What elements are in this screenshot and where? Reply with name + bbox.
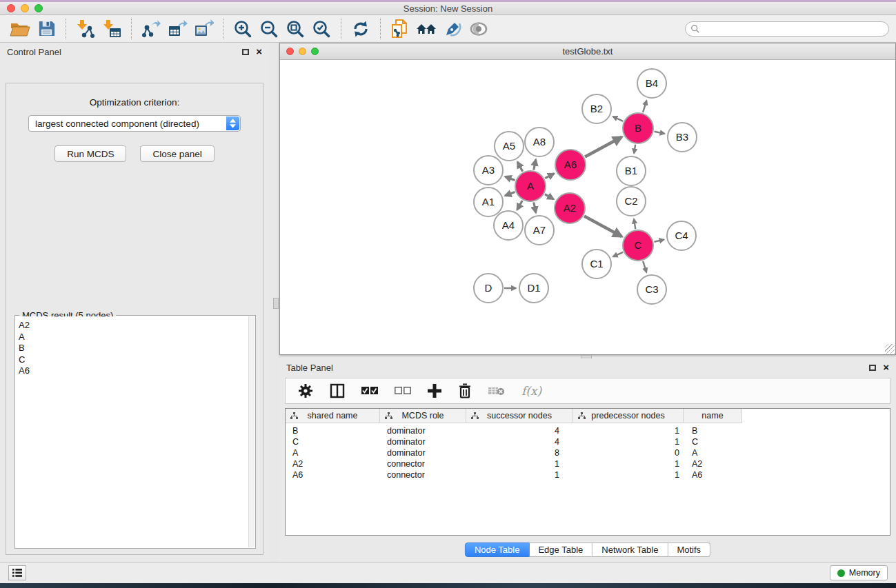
float-panel-icon[interactable] (242, 49, 249, 55)
show-graphics-details-button[interactable] (466, 17, 492, 41)
close-table-panel-icon[interactable]: × (883, 363, 889, 372)
graph-node-C[interactable]: C (623, 230, 653, 261)
graph-edge-B-B4[interactable] (643, 101, 646, 112)
graph-node-B1[interactable]: B1 (617, 156, 646, 185)
graph-node-A3[interactable]: A3 (474, 156, 503, 185)
graph-edge-B-B3[interactable] (655, 132, 665, 134)
column-header-shared-name[interactable]: shared name (286, 409, 380, 423)
graph-node-B2[interactable]: B2 (582, 94, 611, 123)
run-mcds-button[interactable]: Run MCDS (54, 145, 126, 162)
memory-button[interactable]: Memory (830, 565, 888, 580)
cybrowser-home-button[interactable] (413, 17, 439, 41)
close-panel-icon[interactable]: × (256, 48, 262, 56)
graph-node-A2[interactable]: A2 (555, 193, 585, 223)
graph-node-A[interactable]: A (515, 171, 546, 201)
result-scrollbar[interactable] (248, 316, 255, 547)
graph-node-D[interactable]: D (474, 274, 503, 303)
network-window-titlebar[interactable]: testGlobe.txt (280, 43, 895, 60)
result-list-item[interactable]: A (19, 332, 248, 343)
hide-annotations-button[interactable] (439, 17, 466, 41)
graph-edge-C-C3[interactable] (643, 261, 646, 272)
float-table-panel-icon[interactable] (869, 365, 876, 371)
graph-node-C3[interactable]: C3 (637, 275, 666, 304)
graph-edge-A-A8[interactable] (534, 159, 536, 170)
graph-edge-A2-C[interactable] (584, 216, 621, 236)
column-header-name[interactable]: name (684, 409, 742, 423)
graph-edge-A-A2[interactable] (545, 194, 554, 199)
graph-node-A8[interactable]: A8 (525, 128, 554, 156)
network-canvas[interactable]: AA1A2A3A4A5A6A7A8BB1B2B3B4CC1C2C3C4DD1 (280, 60, 895, 354)
graph-edge-A-A3[interactable] (505, 176, 515, 180)
graph-edge-A-A7[interactable] (534, 203, 536, 213)
table-row[interactable]: A2connector11A2 (286, 458, 890, 469)
graph-edge-A-A4[interactable] (517, 201, 523, 210)
search-field[interactable] (685, 21, 889, 37)
result-list-item[interactable]: B (19, 343, 248, 354)
toolbar-separator (380, 19, 381, 39)
import-network-button[interactable] (72, 17, 99, 41)
zoom-fit-button[interactable] (282, 17, 308, 41)
import-table-button[interactable] (99, 17, 125, 41)
tab-motifs[interactable]: Motifs (668, 543, 710, 557)
show-columns-button[interactable] (330, 383, 345, 398)
graph-node-A4[interactable]: A4 (494, 211, 523, 240)
table-row[interactable]: Bdominator41B (286, 425, 890, 436)
result-list-item[interactable]: A6 (19, 365, 248, 377)
table-options-button[interactable] (298, 383, 313, 398)
select-all-columns-button[interactable] (361, 387, 378, 395)
save-session-button[interactable] (33, 17, 59, 41)
graph-edge-C-C4[interactable] (654, 240, 664, 242)
graph-node-B[interactable]: B (623, 113, 653, 143)
column-header-successor-nodes[interactable]: successor nodes (466, 409, 573, 423)
export-table-button[interactable] (164, 17, 190, 41)
graph-edge-B-B2[interactable] (613, 116, 624, 121)
export-image-button[interactable] (190, 17, 217, 41)
splitpane-grip-vertical[interactable] (273, 298, 279, 309)
graph-node-D1[interactable]: D1 (519, 274, 548, 303)
graph-node-C4[interactable]: C4 (667, 221, 696, 250)
graph-node-A5[interactable]: A5 (495, 132, 524, 161)
zoom-in-button[interactable] (230, 17, 256, 41)
unselect-all-columns-button[interactable] (395, 387, 411, 395)
create-column-button[interactable] (428, 384, 441, 398)
open-session-button[interactable] (7, 17, 33, 41)
graph-node-C2[interactable]: C2 (617, 187, 646, 216)
result-list-item[interactable]: A2 (19, 320, 248, 332)
close-panel-button[interactable]: Close panel (140, 145, 214, 162)
graph-edge-A6-B[interactable] (585, 137, 621, 157)
gear-icon (298, 383, 313, 398)
export-network-button[interactable] (138, 17, 164, 41)
graph-node-A7[interactable]: A7 (525, 216, 554, 245)
delete-column-button[interactable] (458, 383, 472, 398)
tab-network-table[interactable]: Network Table (593, 543, 668, 557)
table-row[interactable]: Cdominator41C (286, 436, 890, 447)
column-header-predecessor-nodes[interactable]: predecessor nodes (573, 409, 684, 423)
tab-edge-table[interactable]: Edge Table (529, 543, 593, 557)
graph-node-B3[interactable]: B3 (668, 123, 697, 152)
graph-node-A1[interactable]: A1 (474, 187, 503, 216)
zoom-selected-button[interactable] (308, 17, 335, 41)
graph-node-C1[interactable]: C1 (582, 250, 611, 278)
window-resize-grip[interactable] (885, 344, 895, 354)
column-header-MCDS-role[interactable]: MCDS role (380, 409, 466, 423)
task-history-button[interactable] (8, 565, 26, 580)
graph-edge-C-C1[interactable] (613, 252, 623, 256)
search-input[interactable] (700, 23, 888, 35)
graph-edge-A-A5[interactable] (517, 162, 522, 172)
network-from-selection-button[interactable] (387, 17, 413, 41)
mcds-panel: Optimization criterion: largest connecte… (6, 83, 263, 555)
graph-edge-C-C2[interactable] (634, 219, 635, 230)
graph-edge-B-B1[interactable] (634, 145, 635, 154)
node-label: A6 (564, 159, 577, 170)
criterion-select[interactable]: largest connected component (directed) (28, 115, 241, 132)
refresh-view-button[interactable] (348, 17, 374, 41)
result-list-item[interactable]: C (19, 354, 248, 366)
table-row[interactable]: Adominator80A (286, 447, 890, 458)
graph-node-B4[interactable]: B4 (637, 69, 666, 98)
graph-edge-A-A1[interactable] (505, 192, 515, 195)
graph-node-A6[interactable]: A6 (555, 150, 586, 180)
tab-node-table[interactable]: Node Table (465, 543, 530, 557)
graph-edge-A-A6[interactable] (545, 174, 554, 179)
zoom-out-button[interactable] (256, 17, 282, 41)
table-row[interactable]: A6connector11A6 (286, 469, 890, 480)
